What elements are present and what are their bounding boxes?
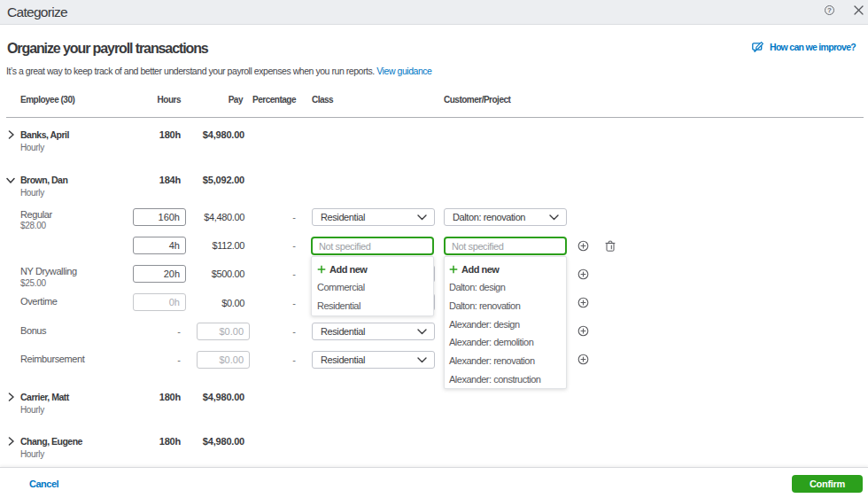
add-split-row-icon[interactable] — [577, 297, 589, 308]
col-header-customer-project: Customer/Project — [444, 95, 510, 105]
menu-item[interactable]: Alexander: design — [445, 315, 566, 333]
pay-amount: $112.00 — [168, 240, 244, 252]
pay-input[interactable]: $0.00 — [197, 323, 250, 340]
employee-name: Carrier, Matt — [20, 391, 69, 403]
menu-item[interactable]: Alexander: renovation — [445, 352, 566, 370]
expand-chevron-right-icon[interactable] — [7, 130, 15, 139]
pay-type-rate: $28.00 — [20, 221, 46, 231]
employee-pay-type: Hourly — [20, 404, 44, 416]
feedback-label: How can we improve? — [770, 42, 856, 52]
pay-type-label: Bonus — [20, 325, 46, 337]
col-header-employee: Employee (30) — [20, 95, 74, 105]
pay-type-label: NY Drywalling — [20, 266, 77, 277]
add-split-row-icon[interactable] — [577, 354, 589, 365]
employee-name: Chang, Eugene — [20, 435, 82, 447]
employee-name: Brown, Dan — [20, 174, 67, 186]
class-dropdown-menu: Add new Commercial Residential — [311, 256, 434, 316]
menu-item-add-new[interactable]: Add new — [445, 260, 566, 278]
plus-icon — [449, 265, 458, 274]
help-icon[interactable]: ? — [825, 5, 834, 15]
class-select[interactable]: Residential — [312, 208, 435, 226]
percentage-value: - — [248, 298, 296, 309]
employee-pay: $4,980.00 — [168, 128, 244, 141]
class-select[interactable]: Residential — [312, 351, 435, 369]
hours-value: - — [133, 326, 181, 338]
modal-title: Categorize — [7, 0, 67, 25]
pay-type-rate: $25.00 — [20, 278, 46, 289]
menu-item[interactable]: Alexander: construction — [445, 370, 566, 388]
customer-project-dropdown-menu: Add new Dalton: design Dalton: renovatio… — [444, 256, 567, 389]
chevron-down-icon — [417, 214, 427, 221]
pay-input[interactable]: $0.00 — [197, 351, 250, 369]
percentage-value: - — [248, 268, 296, 280]
delete-row-trash-icon[interactable] — [605, 240, 616, 252]
chevron-down-icon — [417, 357, 427, 363]
menu-item[interactable]: Dalton: renovation — [445, 296, 566, 315]
add-split-row-icon[interactable] — [577, 325, 589, 337]
percentage-value: - — [248, 212, 296, 223]
col-header-class: Class — [312, 95, 333, 105]
table-header-divider — [6, 117, 864, 118]
chevron-down-icon — [417, 329, 427, 335]
class-select[interactable]: Residential — [312, 323, 435, 340]
chevron-down-icon — [549, 214, 559, 221]
expand-chevron-right-icon[interactable] — [7, 393, 15, 401]
menu-item[interactable]: Commercial — [312, 278, 433, 297]
col-header-percentage: Percentage — [230, 95, 296, 105]
add-split-row-icon[interactable] — [577, 240, 589, 252]
cancel-button[interactable]: Cancel — [29, 479, 58, 489]
confirm-button[interactable]: Confirm — [792, 475, 863, 493]
pay-amount: $4,480.00 — [168, 212, 244, 223]
customer-project-combobox-input[interactable]: Not specified — [444, 237, 567, 255]
pay-type-label: Regular — [20, 209, 52, 221]
employee-name: Banks, April — [20, 128, 69, 141]
modal-title-bar: Categorize ? — [0, 0, 868, 25]
employee-pay-type: Hourly — [20, 142, 44, 153]
pay-type-label: Reimbursement — [20, 354, 84, 365]
menu-item[interactable]: Dalton: design — [445, 278, 566, 297]
page-subtitle: It’s a great way to keep track of and be… — [6, 66, 432, 77]
percentage-value: - — [248, 240, 296, 252]
feedback-link[interactable]: How can we improve? — [752, 40, 856, 54]
employee-pay: $4,980.00 — [168, 435, 244, 447]
percentage-value: - — [248, 326, 296, 338]
plus-icon — [317, 265, 326, 274]
menu-item[interactable]: Alexander: demolition — [445, 333, 566, 352]
employee-pay: $5,092.00 — [168, 174, 244, 186]
close-icon[interactable] — [853, 4, 864, 16]
employee-pay-type: Hourly — [20, 187, 44, 198]
percentage-value: - — [248, 354, 296, 366]
menu-item-add-new[interactable]: Add new — [312, 260, 433, 278]
pay-amount: $0.00 — [168, 298, 244, 309]
page-title: Organize your payroll transactions — [7, 41, 208, 57]
menu-item[interactable]: Residential — [312, 296, 433, 315]
view-guidance-link[interactable]: View guidance — [376, 66, 431, 76]
employee-pay: $4,980.00 — [168, 391, 244, 403]
categorize-modal: Categorize ? Organize your payroll trans… — [0, 0, 868, 498]
pay-type-label: Overtime — [20, 296, 57, 307]
add-split-row-icon[interactable] — [577, 268, 589, 280]
collapse-chevron-down-icon[interactable] — [6, 176, 15, 184]
customer-project-select[interactable]: Dalton: renovation — [444, 208, 567, 226]
col-header-hours: Hours — [106, 95, 181, 105]
hours-value: - — [133, 354, 181, 366]
pay-amount: $500.00 — [168, 268, 244, 280]
employee-pay-type: Hourly — [20, 448, 44, 460]
expand-chevron-right-icon[interactable] — [7, 437, 15, 446]
footer-bar — [0, 467, 868, 498]
feedback-icon — [752, 41, 764, 53]
class-combobox-input[interactable]: Not specified — [311, 237, 434, 255]
